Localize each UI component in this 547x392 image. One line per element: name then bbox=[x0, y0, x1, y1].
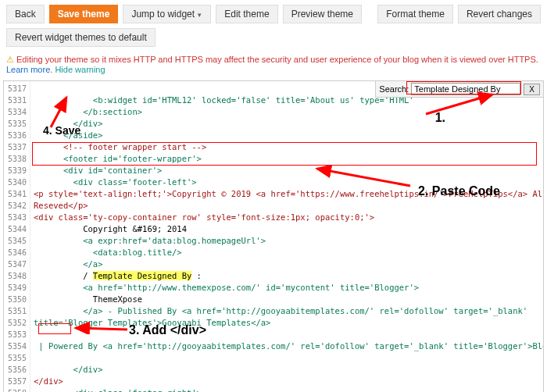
warning-text: Editing your theme so it mixes HTTP and … bbox=[16, 55, 538, 64]
code-area[interactable]: <b:widget id='HTML12' locked='false' tit… bbox=[30, 81, 543, 392]
edit-theme-button[interactable]: Edit theme bbox=[216, 5, 277, 23]
code-editor[interactable]: Search: X 531753315334533553365337533853… bbox=[3, 80, 544, 392]
revert-changes-button[interactable]: Revert changes bbox=[458, 5, 541, 23]
search-bar: Search: X bbox=[375, 81, 543, 98]
format-theme-button[interactable]: Format theme bbox=[377, 5, 453, 23]
search-input[interactable] bbox=[411, 83, 520, 95]
back-button[interactable]: Back bbox=[6, 5, 45, 23]
search-close-button[interactable]: X bbox=[524, 84, 540, 95]
warning-bar: ⚠Editing your theme so it mixes HTTP and… bbox=[0, 52, 547, 77]
revert-widget-button[interactable]: Revert widget themes to default bbox=[6, 28, 156, 47]
preview-theme-button[interactable]: Preview theme bbox=[283, 5, 362, 23]
hide-warning-link[interactable]: Hide warning bbox=[55, 65, 105, 74]
search-label: Search: bbox=[379, 84, 409, 94]
save-theme-button[interactable]: Save theme bbox=[49, 5, 119, 23]
warning-icon: ⚠ bbox=[6, 55, 14, 64]
learn-more-link[interactable]: Learn more bbox=[6, 65, 50, 74]
line-gutter: 5317533153345335533653375338533953405341… bbox=[4, 81, 30, 392]
toolbar: Back Save theme Jump to widget Edit them… bbox=[0, 0, 547, 52]
jump-widget-button[interactable]: Jump to widget bbox=[123, 5, 211, 23]
